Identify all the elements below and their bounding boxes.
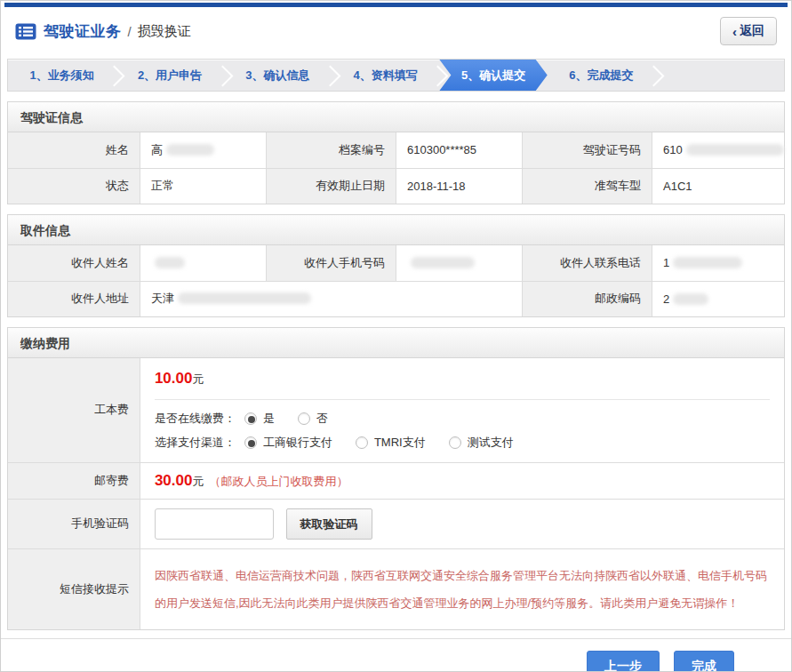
postage-fee-cell: 30.00元（邮政人员上门收取费用） — [140, 462, 784, 499]
field-label: 驾驶证号码 — [523, 132, 652, 168]
field-label: 收件人联系电话 — [523, 245, 652, 281]
field-value — [396, 245, 522, 281]
radio-option[interactable]: 工商银行支付 — [244, 435, 332, 451]
sms-code-cell: 获取验证码 — [140, 499, 784, 549]
radio-option-label: 测试支付 — [468, 435, 514, 451]
field-label: 短信接收提示 — [8, 549, 140, 630]
table-row: 短信接收提示 因陕西省联通、电信运营商技术问题，陕西省互联网交通安全综合服务管理… — [8, 549, 784, 630]
field-value: A1C1 — [652, 168, 784, 204]
radio-option-label: TMRI支付 — [374, 435, 426, 451]
field-value: 天津 — [140, 281, 522, 316]
radio-option-label: 工商银行支付 — [263, 435, 332, 451]
field-label: 有效期止日期 — [267, 168, 396, 204]
page-title: 驾驶证业务 — [44, 21, 122, 42]
field-label: 邮政编码 — [523, 281, 652, 316]
sms-notice-text: 因陕西省联通、电信运营商技术问题，陕西省互联网交通安全综合服务管理平台无法向持陕… — [155, 558, 770, 620]
redacted-value — [673, 293, 708, 305]
list-icon — [15, 23, 36, 40]
online-payment-radio-group: 是否 — [244, 411, 351, 427]
sms-notice-cell: 因陕西省联通、电信运营商技术问题，陕西省互联网交通安全综合服务管理平台无法向持陕… — [140, 549, 784, 630]
radio-option[interactable]: TMRI支付 — [356, 435, 426, 451]
radio-unselected-icon[interactable] — [356, 436, 368, 449]
payment-channel-question: 选择支付渠道： — [155, 435, 236, 451]
get-code-button[interactable]: 获取验证码 — [286, 508, 372, 540]
redacted-value — [673, 257, 742, 268]
sms-code-input[interactable] — [155, 508, 274, 540]
radio-option-label: 否 — [316, 411, 328, 427]
previous-step-button[interactable]: 上一步 — [587, 651, 660, 672]
field-label: 收件人地址 — [8, 281, 140, 316]
table-row: 收件人地址天津邮政编码2 — [8, 281, 784, 316]
back-button[interactable]: ‹ 返回 — [720, 17, 777, 45]
payment-channel-radio-group: 工商银行支付TMRI支付测试支付 — [244, 435, 537, 451]
step-progress-bar: 1、业务须知2、用户申告3、确认信息4、资料填写5、确认提交6、完成提交 — [7, 59, 785, 92]
field-label: 收件人姓名 — [8, 245, 140, 281]
field-label: 准驾车型 — [523, 168, 652, 204]
radio-unselected-icon[interactable] — [298, 412, 310, 425]
field-value: 610 — [652, 132, 784, 168]
section-title-pickup-info: 取件信息 — [8, 215, 784, 245]
table-row: 状态正常有效期止日期2018-11-18准驾车型A1C1 — [8, 168, 784, 204]
footer-actions: 上一步 完成 — [1, 638, 791, 672]
step-1[interactable]: 1、业务须知 — [8, 60, 116, 91]
table-row: 姓名高档案编号610300****85驾驶证号码610 — [8, 132, 784, 168]
step-3[interactable]: 3、确认信息 — [224, 60, 332, 91]
field-label: 收件人手机号码 — [267, 245, 396, 281]
pickup-info-table: 收件人姓名收件人手机号码收件人联系电话1收件人地址天津邮政编码2 — [8, 245, 784, 316]
step-2[interactable]: 2、用户申告 — [116, 60, 223, 91]
table-row: 邮寄费 30.00元（邮政人员上门收取费用） — [8, 462, 784, 499]
finish-button[interactable]: 完成 — [674, 651, 734, 672]
field-value: 1 — [652, 245, 784, 281]
radio-option[interactable]: 否 — [298, 411, 328, 427]
online-payment-question: 是否在线缴费： — [155, 411, 236, 427]
back-button-label: 返回 — [740, 23, 764, 39]
radio-option[interactable]: 测试支付 — [449, 435, 514, 451]
table-row: 手机验证码 获取验证码 — [8, 499, 784, 549]
production-fee-cell: 10.00元 是否在线缴费： 是否 选择支付渠道： 工商银行支付TMRI支付测试… — [140, 358, 784, 462]
breadcrumb-separator: / — [128, 24, 132, 39]
field-label: 状态 — [8, 168, 140, 204]
section-pickup-info: 取件信息收件人姓名收件人手机号码收件人联系电话1收件人地址天津邮政编码2 — [7, 214, 785, 317]
field-label: 工本费 — [8, 358, 140, 462]
table-row: 工本费 10.00元 是否在线缴费： 是否 选择支付渠道： 工商银行支付TMRI… — [8, 358, 784, 462]
field-value — [140, 245, 266, 281]
radio-option[interactable]: 是 — [244, 411, 275, 427]
radio-selected-icon[interactable] — [244, 412, 257, 425]
chevron-left-icon: ‹ — [732, 25, 737, 38]
license-info-table: 姓名高档案编号610300****85驾驶证号码610状态正常有效期止日期201… — [8, 132, 784, 204]
header: 驾驶证业务 / 损毁换证 ‹ 返回 — [1, 7, 791, 53]
field-value: 2018-11-18 — [396, 168, 522, 204]
field-label: 邮寄费 — [8, 462, 140, 499]
table-row: 收件人姓名收件人手机号码收件人联系电话1 — [8, 245, 784, 281]
section-fees: 缴纳费用 工本费 10.00元 是否在线缴费： 是否 选择支付渠道： 工商银 — [7, 327, 785, 630]
field-value: 610300****85 — [396, 132, 522, 168]
breadcrumb-current: 损毁换证 — [138, 23, 191, 40]
field-value: 2 — [652, 281, 784, 316]
divider — [155, 399, 770, 400]
fees-table: 工本费 10.00元 是否在线缴费： 是否 选择支付渠道： 工商银行支付TMRI… — [8, 358, 784, 629]
section-title-fees: 缴纳费用 — [8, 328, 784, 358]
field-value: 正常 — [140, 168, 266, 204]
redacted-value — [178, 292, 311, 304]
field-label: 档案编号 — [267, 132, 396, 168]
section-title-license-info: 驾驶证信息 — [8, 102, 784, 132]
production-fee-amount: 10.00元 — [155, 370, 770, 388]
field-label: 手机验证码 — [8, 499, 140, 549]
radio-unselected-icon[interactable] — [449, 436, 461, 449]
breadcrumb: 驾驶证业务 / 损毁换证 — [15, 21, 191, 42]
redacted-value — [155, 257, 185, 268]
page: 驾驶证业务 / 损毁换证 ‹ 返回 1、业务须知2、用户申告3、确认信息4、资料… — [0, 0, 792, 672]
radio-selected-icon[interactable] — [244, 436, 257, 449]
payment-channel-row: 选择支付渠道： 工商银行支付TMRI支付测试支付 — [155, 435, 770, 451]
section-license-info: 驾驶证信息姓名高档案编号610300****85驾驶证号码610状态正常有效期止… — [7, 101, 785, 204]
step-6[interactable]: 6、完成提交 — [548, 60, 655, 91]
info-sections: 驾驶证信息姓名高档案编号610300****85驾驶证号码610状态正常有效期止… — [1, 101, 791, 317]
step-5[interactable]: 5、确认提交 — [439, 60, 547, 91]
redacted-value — [166, 144, 214, 156]
online-payment-row: 是否在线缴费： 是否 — [155, 411, 770, 427]
radio-option-label: 是 — [263, 411, 275, 427]
redacted-value — [686, 144, 784, 156]
step-4[interactable]: 4、资料填写 — [332, 60, 439, 91]
field-label: 姓名 — [8, 132, 140, 168]
field-value: 高 — [140, 132, 266, 168]
